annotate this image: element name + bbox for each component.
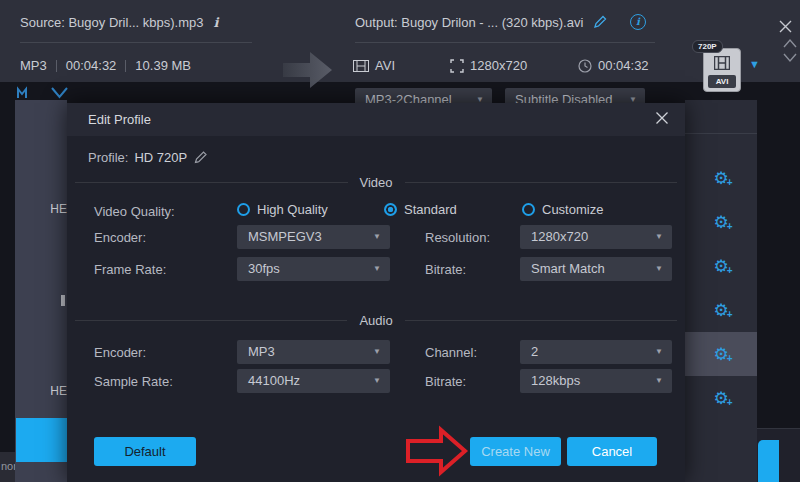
radio-icon — [237, 203, 250, 216]
profile-name-fragment — [61, 295, 65, 306]
video-bitrate-dropdown[interactable]: Smart Match ▼ — [520, 257, 672, 281]
profile-settings-button[interactable]: ⚙+ — [685, 288, 757, 332]
framerate-dropdown[interactable]: 30fps ▼ — [237, 257, 390, 281]
video-encoder-label: Encoder: — [94, 230, 146, 245]
chevron-up-icon[interactable] — [782, 38, 798, 49]
video-bitrate-label: Bitrate: — [425, 262, 466, 277]
gear-plus-icon: ⚙+ — [713, 390, 728, 407]
video-section-title: Video — [348, 175, 405, 190]
output-duration: 00:04:32 — [598, 58, 649, 73]
video-encoder-dropdown[interactable]: MSMPEGV3 ▼ — [237, 225, 390, 249]
divider — [405, 182, 678, 183]
gear-plus-icon: ⚙+ — [713, 214, 728, 231]
profile-name-fragment: HE — [50, 384, 67, 398]
profile-settings-button-active[interactable]: ⚙+ — [685, 332, 757, 376]
selected-profile-highlight — [16, 418, 67, 462]
convert-button-fragment — [758, 440, 779, 482]
separator — [56, 60, 57, 72]
output-info-icon[interactable]: i — [630, 14, 646, 30]
profile-settings-panel: ⚙+ ⚙+ ⚙+ ⚙+ ⚙+ ⚙+ — [685, 100, 757, 482]
separator — [125, 60, 126, 72]
radio-icon — [522, 203, 535, 216]
samplerate-value: 44100Hz — [248, 373, 300, 388]
app-window: Source: Bugoy Dril... kbps).mp3i MP3 00:… — [0, 0, 800, 482]
audio-bitrate-dropdown[interactable]: 128kbps ▼ — [520, 369, 672, 393]
samplerate-dropdown[interactable]: 44100Hz ▼ — [237, 369, 390, 393]
default-button[interactable]: Default — [94, 437, 196, 466]
chevron-down-icon: ▼ — [373, 369, 381, 393]
output-resolution-group: 1280x720 — [450, 58, 527, 73]
divider — [685, 133, 757, 134]
profile-quality-badge: 720P — [692, 40, 723, 53]
panel-close-icon[interactable] — [778, 19, 793, 34]
divider — [75, 320, 347, 321]
profile-label: Profile: — [88, 150, 128, 165]
radio-standard[interactable]: Standard — [384, 202, 457, 217]
chevron-down-icon: ▼ — [655, 257, 663, 281]
film-icon — [353, 60, 369, 72]
framerate-label: Frame Rate: — [94, 262, 166, 277]
profile-settings-button[interactable]: ⚙+ — [685, 156, 757, 200]
radio-label: Customize — [542, 202, 603, 217]
profile-dropdown-icon[interactable]: ▼ — [749, 58, 760, 70]
audio-encoder-label: Encoder: — [94, 345, 146, 360]
radio-label: Standard — [404, 202, 457, 217]
radio-icon — [384, 203, 397, 216]
profile-settings-button[interactable]: ⚙+ — [685, 244, 757, 288]
chevron-down-icon: ▼ — [655, 369, 663, 393]
source-divider — [20, 42, 252, 43]
chevron-down-icon[interactable] — [782, 52, 798, 63]
dialog-close-icon[interactable] — [655, 111, 669, 125]
framerate-value: 30fps — [248, 261, 280, 276]
gear-plus-icon: ⚙+ — [713, 346, 728, 363]
edit-profile-name-pencil-icon[interactable] — [193, 150, 208, 165]
output-format-group: AVI — [353, 58, 395, 73]
output-file-label: Output: Bugoy Drilon - ... (320 kbps).av… — [355, 15, 607, 30]
gear-plus-icon: ⚙+ — [713, 258, 728, 275]
divider — [757, 428, 800, 429]
source-meta: MP3 00:04:32 10.39 MB — [20, 58, 191, 73]
audio-section-header: Audio — [75, 313, 677, 328]
channel-dropdown[interactable]: 2 ▼ — [520, 340, 672, 364]
source-info-icon[interactable]: i — [214, 15, 219, 30]
source-duration: 00:04:32 — [66, 58, 117, 73]
conversion-header: Source: Bugoy Dril... kbps).mp3i MP3 00:… — [0, 0, 800, 82]
cancel-button[interactable]: Cancel — [567, 437, 657, 466]
create-new-button[interactable]: Create New — [470, 437, 561, 466]
output-divider — [355, 42, 655, 43]
channel-value: 2 — [531, 344, 538, 359]
clock-icon — [578, 59, 592, 73]
output-format: AVI — [375, 58, 395, 73]
radio-high-quality[interactable]: High Quality — [237, 202, 328, 217]
radio-customize[interactable]: Customize — [522, 202, 603, 217]
audio-encoder-dropdown[interactable]: MP3 ▼ — [237, 340, 390, 364]
output-resolution: 1280x720 — [470, 58, 527, 73]
samplerate-label: Sample Rate: — [94, 374, 173, 389]
radio-label: High Quality — [257, 202, 328, 217]
profile-settings-button[interactable]: ⚙+ — [685, 376, 757, 420]
chevron-icon-fragment — [51, 86, 68, 99]
video-section-header: Video — [75, 175, 677, 190]
source-file-name: Source: Bugoy Dril... kbps).mp3 — [20, 15, 204, 30]
divider — [405, 320, 677, 321]
resolution-label: Resolution: — [425, 230, 490, 245]
merge-icon-fragment — [17, 86, 34, 99]
edit-profile-dialog: Edit Profile Profile: HD 720P Video Vide… — [67, 103, 685, 482]
bottom-bar-fragment: nor — [0, 452, 15, 482]
profile-list-panel: HE HE — [15, 100, 67, 482]
video-quality-label: Video Quality: — [94, 204, 175, 219]
source-size: 10.39 MB — [135, 58, 191, 73]
output-file-name: Output: Bugoy Drilon - ... (320 kbps).av… — [355, 15, 583, 30]
profile-name-row: Profile: HD 720P — [88, 150, 208, 165]
output-profile-thumbnail[interactable]: AVI — [703, 48, 741, 92]
film-icon — [714, 56, 730, 70]
gear-plus-icon: ⚙+ — [713, 170, 728, 187]
divider — [75, 182, 348, 183]
profile-settings-button[interactable]: ⚙+ — [685, 200, 757, 244]
resolution-dropdown[interactable]: 1280x720 ▼ — [520, 225, 672, 249]
rename-output-pencil-icon[interactable] — [593, 15, 607, 29]
dialog-title: Edit Profile — [88, 112, 151, 127]
chevron-down-icon: ▼ — [373, 225, 381, 249]
annotation-arrow — [405, 425, 469, 477]
output-duration-group: 00:04:32 — [578, 58, 649, 73]
